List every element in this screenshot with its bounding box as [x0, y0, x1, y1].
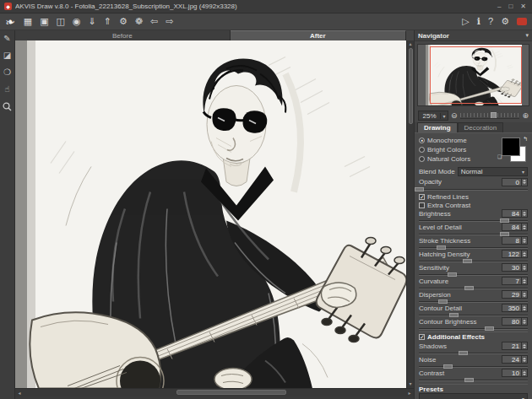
- zoom-select[interactable]: 25% ▾: [418, 111, 448, 121]
- close-button[interactable]: ✕: [520, 3, 526, 10]
- slider-track[interactable]: [419, 232, 528, 237]
- slider-value-box[interactable]: 122: [502, 250, 528, 258]
- slider-thumb[interactable]: [500, 218, 509, 223]
- horizontal-scrollbar[interactable]: ◂ ▸: [15, 388, 414, 396]
- zoom-caret-icon[interactable]: ▾: [440, 113, 448, 119]
- slider-thumb[interactable]: [500, 232, 509, 236]
- slider-value-box[interactable]: 84: [502, 209, 528, 218]
- blend-mode-select[interactable]: Normal ▾: [458, 167, 528, 176]
- scroll-up-icon[interactable]: ▴: [409, 40, 411, 48]
- save-image-icon[interactable]: ▣: [40, 17, 48, 26]
- slider-value-box[interactable]: 21: [502, 342, 528, 350]
- slider-value-box[interactable]: 7: [502, 277, 528, 285]
- smudge-tool-icon[interactable]: ❍: [2, 68, 14, 79]
- spinner-icon[interactable]: [521, 318, 527, 325]
- print-sheet-icon[interactable]: ◉: [73, 17, 81, 26]
- undo-icon[interactable]: ⇦: [150, 17, 158, 26]
- slider-value-box[interactable]: 10: [502, 369, 528, 377]
- spinner-icon[interactable]: [521, 224, 527, 230]
- spinner-icon[interactable]: [521, 264, 527, 271]
- feedback-icon[interactable]: [517, 18, 527, 25]
- zoom-tool-icon[interactable]: [2, 102, 14, 113]
- preferences-icon[interactable]: ⚙: [501, 17, 509, 26]
- checkbox-refined-lines[interactable]: ✓ Refined Lines: [419, 192, 528, 201]
- slider-thumb[interactable]: [485, 326, 494, 331]
- slider-track[interactable]: [419, 313, 528, 318]
- navigator-thumbnail[interactable]: [417, 44, 529, 106]
- spinner-icon[interactable]: [521, 210, 527, 217]
- import-presets-icon[interactable]: ⇓: [89, 17, 96, 26]
- swap-colors-icon[interactable]: ↰: [523, 136, 528, 142]
- tab-before[interactable]: Before: [15, 30, 231, 40]
- opacity-value-box[interactable]: 0: [502, 178, 528, 186]
- vertical-scrollbar[interactable]: ▴ ▾: [406, 40, 414, 388]
- checkbox-icon[interactable]: [419, 202, 425, 208]
- spinner-icon[interactable]: [521, 356, 527, 363]
- minimize-button[interactable]: –: [497, 3, 501, 10]
- hand-tool-icon[interactable]: ☝: [2, 85, 14, 96]
- opacity-slider[interactable]: [419, 187, 528, 192]
- export-presets-icon[interactable]: ⇑: [104, 17, 111, 26]
- slider-track[interactable]: [419, 245, 528, 251]
- slider-thumb[interactable]: [463, 259, 472, 263]
- share-icon[interactable]: ❁: [135, 17, 143, 26]
- reset-colors-icon[interactable]: ❏: [497, 154, 504, 161]
- spinner-icon[interactable]: [521, 278, 527, 284]
- slider-value-box[interactable]: 29: [502, 290, 528, 299]
- scroll-left-icon[interactable]: ◂: [15, 390, 24, 396]
- tab-after[interactable]: After: [231, 30, 406, 40]
- spinner-icon[interactable]: [521, 237, 527, 244]
- checkbox-icon[interactable]: ✓: [419, 194, 425, 200]
- spinner-icon[interactable]: [521, 291, 527, 298]
- slider-value-box[interactable]: 80: [502, 317, 528, 326]
- slider-value-box[interactable]: 30: [502, 263, 528, 272]
- slider-thumb[interactable]: [443, 364, 453, 369]
- zoom-in-icon[interactable]: ⊕: [522, 112, 529, 120]
- print-image-icon[interactable]: ◫: [57, 17, 65, 26]
- radio-icon[interactable]: [419, 147, 425, 153]
- help-icon[interactable]: ?: [488, 17, 493, 26]
- radio-icon[interactable]: ●: [419, 137, 425, 143]
- slider-thumb[interactable]: [464, 378, 474, 382]
- navigator-collapse-icon[interactable]: ▾: [525, 32, 529, 39]
- checkbox-extra-contrast[interactable]: Extra Contrast: [419, 201, 528, 209]
- slider-thumb[interactable]: [449, 313, 459, 317]
- slider-track[interactable]: [419, 364, 528, 369]
- radio-icon[interactable]: [419, 156, 425, 162]
- slider-thumb[interactable]: [415, 187, 424, 191]
- slider-thumb[interactable]: [437, 245, 446, 250]
- run-icon[interactable]: ▷: [462, 17, 469, 26]
- scroll-right-icon[interactable]: ▸: [405, 390, 414, 396]
- slider-value-box[interactable]: 350: [502, 304, 528, 312]
- navigator-view-frame[interactable]: [430, 46, 522, 104]
- slider-track[interactable]: [419, 299, 528, 305]
- slider-track[interactable]: [419, 259, 528, 264]
- presets-select[interactable]: ▾: [419, 393, 528, 399]
- spinner-icon[interactable]: [521, 251, 527, 257]
- zoom-out-icon[interactable]: ⊖: [451, 112, 458, 120]
- slider-track[interactable]: [419, 351, 528, 356]
- slider-track[interactable]: [419, 326, 528, 332]
- foreground-color-swatch[interactable]: [502, 137, 520, 156]
- tab-decoration[interactable]: Decoration: [458, 122, 504, 132]
- slider-value-box[interactable]: 24: [502, 355, 528, 364]
- zoom-slider-thumb[interactable]: [491, 112, 497, 119]
- zoom-slider[interactable]: [460, 111, 520, 120]
- tab-drawing[interactable]: Drawing: [417, 122, 458, 132]
- vertical-scroll-thumb[interactable]: [409, 48, 413, 124]
- slider-value-box[interactable]: 84: [502, 223, 528, 231]
- slider-track[interactable]: [419, 286, 528, 291]
- eraser-tool-icon[interactable]: ◪: [2, 51, 14, 62]
- slider-value-box[interactable]: 8: [502, 236, 528, 245]
- slider-thumb[interactable]: [464, 286, 474, 290]
- about-icon[interactable]: ℹ: [477, 17, 480, 26]
- slider-thumb[interactable]: [438, 299, 448, 304]
- slider-track[interactable]: [419, 272, 528, 278]
- image-canvas[interactable]: [15, 40, 406, 388]
- slider-track[interactable]: [419, 378, 528, 383]
- horizontal-scroll-track[interactable]: [24, 389, 405, 396]
- spinner-icon[interactable]: [521, 305, 527, 311]
- slider-thumb[interactable]: [448, 272, 457, 277]
- scroll-down-icon[interactable]: ▾: [409, 380, 411, 388]
- checkbox-icon[interactable]: ✓: [419, 334, 425, 340]
